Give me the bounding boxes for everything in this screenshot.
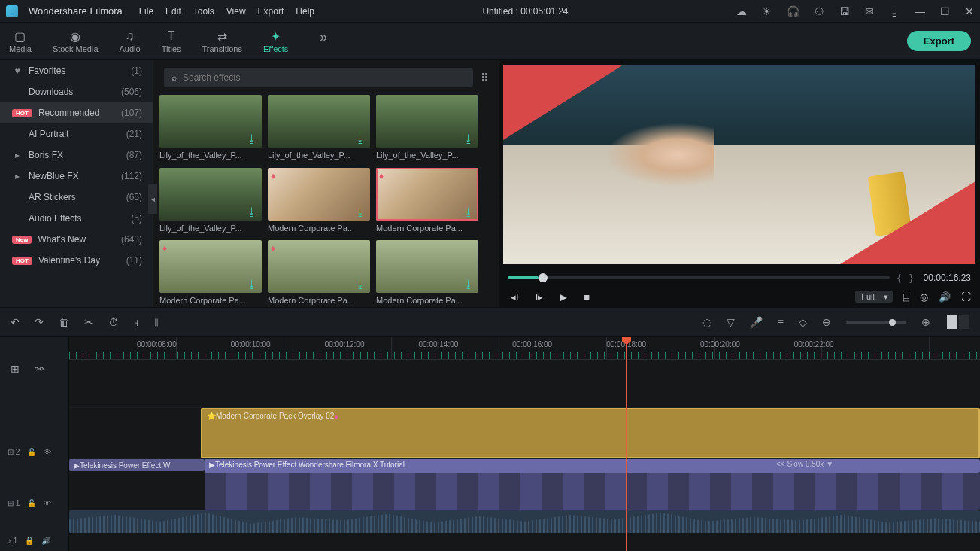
prev-frame-icon[interactable]: ◂I <box>511 291 519 303</box>
split-icon[interactable]: ✂ <box>84 316 93 328</box>
playhead[interactable] <box>626 337 627 551</box>
effect-item[interactable]: ⭳Modern Corporate Pa... <box>376 240 478 307</box>
tips-icon[interactable]: ☀ <box>762 5 772 17</box>
speed-icon[interactable]: ⏱ <box>108 316 119 328</box>
grid-view-icon[interactable]: ⠿ <box>481 72 488 84</box>
clip-video-1[interactable]: ▶ Telekinesis Power Effect W <box>69 459 205 471</box>
display-icon[interactable]: ⌸ <box>903 291 909 303</box>
maximize-icon[interactable]: ☐ <box>940 5 950 17</box>
cloud-icon[interactable]: ☁ <box>736 5 747 17</box>
sidebar-item-recommended[interactable]: HOTRecommended(107) <box>0 102 153 123</box>
sidebar-item-what-s-new[interactable]: NewWhat's New(643) <box>0 229 153 250</box>
tab-transitions[interactable]: ⇄Transitions <box>202 29 242 53</box>
link-icon[interactable]: ⚯ <box>35 363 44 375</box>
sidebar-item-ai-portrait[interactable]: AI Portrait(21) <box>0 123 153 145</box>
clip-video-2-body[interactable] <box>205 473 980 510</box>
marker-brackets[interactable]: { } <box>897 272 915 283</box>
zoom-out-icon[interactable]: ⊖ <box>822 316 831 328</box>
play-icon[interactable]: ▶ <box>560 291 567 303</box>
menu-tools[interactable]: Tools <box>193 6 214 17</box>
track-head-audio[interactable]: ♪ 1🔓🔊 <box>0 528 68 551</box>
search-box[interactable]: ⌕ <box>164 68 473 87</box>
delete-icon[interactable]: 🗑 <box>59 316 69 328</box>
mixer-icon[interactable]: ≡ <box>778 316 784 328</box>
tab-audio[interactable]: ♫Audio <box>120 29 141 53</box>
tab-titles[interactable]: TTitles <box>162 29 181 53</box>
download-icon[interactable]: ⭳ <box>247 205 257 218</box>
message-icon[interactable]: ✉ <box>865 5 874 17</box>
zoom-slider[interactable] <box>846 321 906 324</box>
render-icon[interactable]: ◌ <box>702 316 711 328</box>
menu-export[interactable]: Export <box>258 6 284 17</box>
effect-thumb[interactable]: ⭳ <box>159 95 262 148</box>
snapshot-icon[interactable]: ◎ <box>920 291 928 303</box>
redo-icon[interactable]: ↷ <box>35 316 44 328</box>
export-button[interactable]: Export <box>907 31 971 51</box>
menu-edit[interactable]: Edit <box>165 6 181 17</box>
clip-video-2[interactable]: ▶ Telekinesis Power Effect Wondershare F… <box>205 459 980 473</box>
download-icon[interactable]: ⭳ <box>463 205 474 218</box>
eye-icon[interactable]: 👁 <box>44 499 51 507</box>
effect-thumb[interactable]: ♦⭳ <box>376 168 478 221</box>
zoom-in-icon[interactable]: ⊕ <box>921 316 930 328</box>
clip-overlay[interactable]: ⭐ Modern Corporate Pack Overlay 02♦ <box>201 408 980 458</box>
search-input[interactable] <box>183 72 466 83</box>
lock-icon[interactable]: 🔓 <box>25 537 34 545</box>
account-icon[interactable]: ⚇ <box>815 5 824 17</box>
effect-item[interactable]: ⭳Lily_of_the_Valley_P... <box>159 168 262 235</box>
collapse-sidebar-icon[interactable]: ◂ <box>148 184 157 214</box>
support-icon[interactable]: 🎧 <box>787 5 799 17</box>
manage-tracks-icon[interactable]: ⊞ <box>11 363 20 375</box>
track-audio[interactable] <box>69 510 980 534</box>
close-icon[interactable]: ✕ <box>965 5 974 17</box>
track-head-1[interactable]: ⊞ 1🔓👁 <box>0 477 68 528</box>
audio-edit-icon[interactable]: ⫴ <box>154 316 159 329</box>
effect-item[interactable]: ♦⭳Modern Corporate Pa... <box>268 240 370 307</box>
clip-audio[interactable] <box>69 510 980 533</box>
minimize-icon[interactable]: — <box>915 5 925 17</box>
crop-icon[interactable]: ⫞ <box>134 316 139 328</box>
marker-icon[interactable]: ▽ <box>727 316 735 328</box>
effect-thumb[interactable]: ⭳ <box>376 95 478 148</box>
effect-item[interactable]: ♦⭳Modern Corporate Pa... <box>268 168 370 235</box>
lock-icon[interactable]: 🔓 <box>27 499 36 507</box>
download-icon[interactable]: ⭳ <box>889 5 900 17</box>
timeline-ruler[interactable]: 00:00:08:0000:00:10:0000:00:12:0000:00:1… <box>69 337 980 360</box>
eye-icon[interactable]: 👁 <box>44 448 51 456</box>
menu-view[interactable]: View <box>226 6 246 17</box>
effect-thumb[interactable]: ⭳ <box>159 168 262 221</box>
sidebar-item-downloads[interactable]: Downloads(506) <box>0 81 153 102</box>
effect-item[interactable]: ⭳Lily_of_the_Valley_P... <box>376 95 478 162</box>
sidebar-item-newblue-fx[interactable]: ▸NewBlue FX(112) <box>0 166 153 187</box>
sidebar-item-ar-stickers[interactable]: AR Stickers(65) <box>0 187 153 208</box>
download-icon[interactable]: ⭳ <box>355 205 366 218</box>
progress-bar[interactable] <box>508 276 890 279</box>
menu-file[interactable]: File <box>139 6 153 17</box>
sidebar-item-boris-fx[interactable]: ▸Boris FX(87) <box>0 145 153 166</box>
next-frame-icon[interactable]: I▸ <box>536 291 544 303</box>
track-head-2[interactable]: ⊞ 2🔓👁 <box>0 426 68 477</box>
save-icon[interactable]: 🖫 <box>839 5 850 17</box>
download-icon[interactable]: ⭳ <box>355 132 366 145</box>
sidebar-item-favorites[interactable]: ♥Favorites(1) <box>0 60 153 81</box>
download-icon[interactable]: ⭳ <box>463 132 474 145</box>
effect-item[interactable]: ♦⭳Modern Corporate Pa... <box>159 240 262 307</box>
lock-icon[interactable]: 🔓 <box>27 448 36 456</box>
sidebar-item-valentine-s-day[interactable]: HOTValentine's Day(11) <box>0 250 153 271</box>
volume-icon[interactable]: 🔊 <box>939 291 951 303</box>
fullscreen-icon[interactable]: ⛶ <box>961 291 971 303</box>
tab-effects[interactable]: ✦Effects <box>263 29 288 53</box>
more-tabs-icon[interactable]: » <box>320 29 327 53</box>
undo-icon[interactable]: ↶ <box>11 316 20 328</box>
track-overlay[interactable]: ⭐ Modern Corporate Pack Overlay 02♦ <box>69 408 980 459</box>
effect-thumb[interactable]: ⭳ <box>268 95 370 148</box>
keyframe-icon[interactable]: ◇ <box>799 316 807 328</box>
preview-video[interactable] <box>503 65 975 264</box>
effect-thumb[interactable]: ⭳ <box>376 240 478 293</box>
download-icon[interactable]: ⭳ <box>247 132 257 145</box>
download-icon[interactable]: ⭳ <box>463 278 474 290</box>
download-icon[interactable]: ⭳ <box>247 278 257 290</box>
tab-stock-media[interactable]: ◉Stock Media <box>53 29 99 53</box>
effect-item[interactable]: ⭳Lily_of_the_Valley_P... <box>159 95 262 162</box>
effect-thumb[interactable]: ♦⭳ <box>268 240 370 293</box>
